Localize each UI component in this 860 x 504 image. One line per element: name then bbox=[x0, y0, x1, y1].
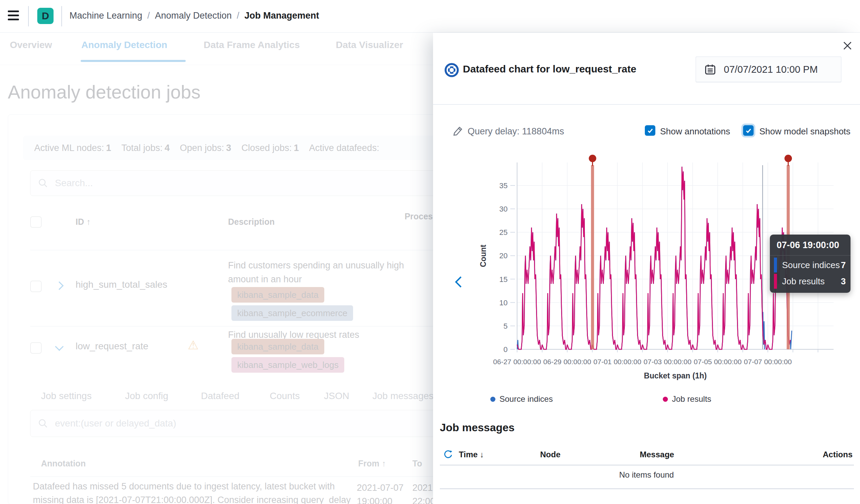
show-annotations-checkbox[interactable] bbox=[645, 125, 655, 136]
column-header-node[interactable]: Node bbox=[540, 450, 560, 459]
divider bbox=[433, 104, 860, 105]
check-icon bbox=[646, 127, 654, 134]
calendar-icon bbox=[704, 63, 716, 76]
job-messages-heading: Job messages bbox=[440, 421, 515, 434]
legend-job-results[interactable]: Job results bbox=[672, 394, 711, 404]
tooltip-row-job-results: Job results 3 bbox=[774, 274, 846, 289]
breadcrumb: Machine Learning / Anomaly Detection / J… bbox=[70, 0, 319, 31]
legend-dot-job-results bbox=[663, 397, 668, 402]
show-annotations-label[interactable]: Show annotations bbox=[660, 126, 730, 137]
svg-text:5: 5 bbox=[503, 322, 507, 330]
breadcrumb-machine-learning[interactable]: Machine Learning bbox=[70, 11, 142, 21]
close-icon[interactable] bbox=[841, 40, 854, 52]
menu-icon[interactable] bbox=[8, 11, 19, 21]
pencil-icon[interactable] bbox=[452, 125, 463, 137]
datafeed-chart-flyout: Datafeed chart for low_request_rate 07/0… bbox=[433, 33, 860, 504]
divider bbox=[440, 488, 854, 489]
svg-text:06-27 00:00:00: 06-27 00:00:00 bbox=[493, 358, 541, 366]
top-header-bar: D Machine Learning / Anomaly Detection /… bbox=[0, 0, 860, 33]
legend-source-indices[interactable]: Source indices bbox=[500, 394, 553, 404]
check-icon bbox=[745, 127, 752, 134]
tooltip-time: 07-06 19:00:00 bbox=[770, 235, 850, 255]
svg-text:0: 0 bbox=[503, 345, 507, 354]
legend-dot-source-indices bbox=[490, 397, 496, 402]
chevron-left-icon[interactable] bbox=[454, 276, 463, 290]
divider bbox=[61, 6, 62, 26]
datafeed-icon bbox=[444, 62, 459, 78]
y-axis-label: Count bbox=[479, 244, 488, 267]
chart-tooltip: 07-06 19:00:00 Source indices 7 Job resu… bbox=[770, 235, 850, 293]
column-header-actions: Actions bbox=[823, 450, 852, 459]
query-delay-text: Query delay: 118804ms bbox=[468, 126, 564, 137]
breadcrumb-separator: / bbox=[237, 11, 240, 21]
datepicker-button[interactable]: 07/07/2021 10:00 PM bbox=[696, 57, 841, 82]
series-color-bar bbox=[774, 274, 777, 289]
no-items-found-text: No items found bbox=[433, 470, 860, 480]
sort-down-icon: ↓ bbox=[480, 450, 484, 459]
column-header-message[interactable]: Message bbox=[640, 450, 674, 459]
svg-text:07-07 00:00:00: 07-07 00:00:00 bbox=[744, 358, 791, 366]
show-model-snapshots-checkbox[interactable] bbox=[743, 125, 754, 136]
svg-text:35: 35 bbox=[500, 181, 507, 190]
svg-text:20: 20 bbox=[500, 252, 507, 260]
svg-text:25: 25 bbox=[500, 228, 507, 237]
svg-text:06-29 00:00:00: 06-29 00:00:00 bbox=[543, 358, 591, 366]
column-header-time[interactable]: Time ↓ bbox=[459, 450, 484, 459]
svg-text:30: 30 bbox=[500, 205, 507, 213]
show-model-snapshots-label[interactable]: Show model snapshots bbox=[759, 126, 850, 137]
breadcrumb-job-management: Job Management bbox=[244, 11, 319, 21]
svg-text:15: 15 bbox=[500, 275, 507, 284]
space-avatar[interactable]: D bbox=[37, 8, 54, 24]
svg-text:07-05 00:00:00: 07-05 00:00:00 bbox=[693, 358, 741, 366]
svg-text:07-03 00:00:00: 07-03 00:00:00 bbox=[644, 358, 691, 366]
series-color-bar bbox=[774, 257, 777, 272]
divider bbox=[28, 6, 29, 26]
datepicker-value: 07/07/2021 10:00 PM bbox=[724, 64, 818, 75]
divider bbox=[440, 465, 854, 465]
refresh-icon[interactable] bbox=[443, 449, 454, 459]
breadcrumb-separator: / bbox=[147, 11, 150, 21]
svg-text:10: 10 bbox=[500, 298, 507, 307]
x-axis-label: Bucket span (1h) bbox=[644, 371, 706, 380]
divider bbox=[770, 255, 850, 255]
flyout-title: Datafeed chart for low_request_rate bbox=[463, 63, 636, 75]
breadcrumb-anomaly-detection[interactable]: Anomaly Detection bbox=[155, 11, 232, 21]
svg-text:07-01 00:00:00: 07-01 00:00:00 bbox=[593, 358, 641, 366]
tooltip-row-source-indices: Source indices 7 bbox=[774, 257, 846, 272]
